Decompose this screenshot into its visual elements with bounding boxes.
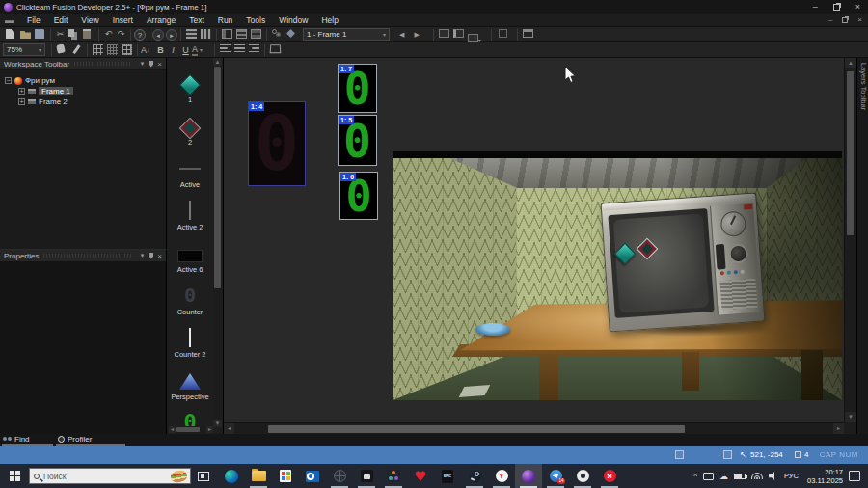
taskbar-app-red[interactable]: Я: [596, 464, 623, 488]
save-icon[interactable]: [35, 29, 45, 40]
collapse-icon[interactable]: −: [5, 77, 12, 84]
run-frame-icon[interactable]: [453, 29, 464, 40]
run-setup-icon[interactable]: ▾: [468, 29, 483, 40]
language-indicator[interactable]: РУС: [784, 472, 799, 480]
close-button[interactable]: ×: [855, 2, 860, 12]
tab-profiler[interactable]: Profiler: [58, 434, 92, 444]
restore-button[interactable]: [833, 4, 840, 11]
menu-edit[interactable]: Edit: [47, 15, 75, 25]
taskbar-app-outlook[interactable]: [299, 464, 326, 488]
scroll-right-icon[interactable]: ▸: [833, 423, 844, 434]
italic-icon[interactable]: I: [167, 45, 179, 55]
pin-icon[interactable]: [149, 61, 153, 68]
next-frame-icon[interactable]: ▶: [414, 31, 419, 39]
menu-text[interactable]: Text: [182, 15, 211, 25]
object-library-hscrollbar[interactable]: ◂ ▸: [169, 426, 213, 433]
expand-icon[interactable]: +: [18, 98, 25, 105]
pin-icon[interactable]: [149, 253, 153, 259]
underline-icon[interactable]: U: [179, 45, 192, 55]
taskbar-app-steam[interactable]: [461, 464, 488, 488]
task-view-button[interactable]: [191, 472, 216, 481]
back-icon[interactable]: ◂: [152, 29, 164, 41]
tree-item-application[interactable]: − Фри рум: [5, 75, 166, 86]
scroll-down-icon[interactable]: ▼: [845, 412, 856, 422]
taskbar-app-settings[interactable]: [569, 464, 596, 488]
object-item-active[interactable]: Active: [167, 147, 213, 189]
child-close-button[interactable]: ×: [857, 15, 862, 24]
object-item-perspective[interactable]: Perspective: [167, 359, 213, 401]
align-center-icon[interactable]: [234, 44, 245, 55]
data-elements-icon[interactable]: [251, 29, 261, 40]
expand-icon[interactable]: +: [18, 88, 25, 95]
paste-icon[interactable]: [83, 29, 94, 40]
object-item-2[interactable]: 2: [167, 104, 213, 147]
close-icon[interactable]: ×: [157, 60, 162, 68]
menu-view[interactable]: View: [74, 15, 105, 25]
object-item-1[interactable]: 1: [167, 62, 213, 104]
stop-icon[interactable]: [499, 29, 509, 40]
hscroll-thumb[interactable]: [268, 425, 685, 433]
tab-find[interactable]: Find: [3, 434, 30, 444]
taskbar-app-explorer[interactable]: [245, 464, 272, 488]
event-list-editor-icon[interactable]: [236, 29, 247, 40]
taskbar-app-fusion-active[interactable]: [515, 464, 542, 488]
open-icon[interactable]: [20, 29, 31, 40]
forward-icon[interactable]: ▸: [166, 29, 177, 41]
taskbar-app-store[interactable]: [272, 464, 299, 488]
run-application-icon[interactable]: [439, 29, 449, 40]
clock[interactable]: 20:17 03.11.2025: [807, 468, 843, 485]
search-input[interactable]: [43, 472, 149, 481]
undo-icon[interactable]: ↶: [102, 29, 115, 40]
grid-snap-icon[interactable]: [107, 44, 118, 55]
menu-file[interactable]: File: [20, 15, 47, 25]
object-item-active-6[interactable]: Active 6: [167, 231, 213, 274]
taskbar-app-skull[interactable]: [353, 464, 380, 488]
battery-icon[interactable]: [734, 474, 746, 479]
object-item-active-2[interactable]: Active 2: [167, 189, 213, 231]
copy-icon[interactable]: [68, 29, 79, 40]
object-library-vscrollbar[interactable]: ▲ ▼: [213, 58, 222, 427]
sprite-counter-dark[interactable]: 1: 4 0: [248, 101, 306, 186]
layers-toolbar-tab[interactable]: Layers Toolbar: [856, 58, 868, 434]
align-right-icon[interactable]: [249, 44, 259, 55]
anchor-icon[interactable]: [286, 29, 297, 40]
chevron-down-icon[interactable]: ▾: [141, 252, 145, 259]
bold-icon[interactable]: B: [154, 45, 167, 55]
taskbar-search-box[interactable]: [29, 468, 191, 484]
menu-window[interactable]: Window: [272, 15, 314, 25]
onedrive-cloud-icon[interactable]: ☁: [719, 472, 728, 481]
tree-item-frame-2[interactable]: + Frame 2: [5, 96, 166, 107]
taskbar-app-globe[interactable]: [326, 464, 353, 488]
font-color-icon[interactable]: A▾: [192, 44, 211, 56]
scroll-left-icon[interactable]: ◂: [224, 423, 234, 434]
grid-setup-icon[interactable]: [122, 44, 132, 55]
close-icon[interactable]: ×: [157, 252, 162, 260]
menu-help[interactable]: Help: [314, 15, 344, 25]
hand-tool-icon[interactable]: [57, 44, 68, 55]
frame-editor-icon[interactable]: [201, 29, 211, 40]
fullscreen-edit-icon[interactable]: [523, 29, 533, 40]
sprite-counter-green-1[interactable]: 1: 7 0: [338, 64, 377, 113]
child-minimize-button[interactable]: –: [828, 15, 832, 24]
canvas-hscrollbar[interactable]: ◂ ▸: [224, 422, 844, 434]
prev-frame-icon[interactable]: ◀: [399, 31, 404, 39]
align-left-icon[interactable]: [220, 44, 231, 55]
storyboard-editor-icon[interactable]: [186, 29, 197, 40]
scroll-up-icon[interactable]: ▲: [845, 58, 856, 68]
menu-tools[interactable]: Tools: [239, 15, 272, 25]
frame-selector[interactable]: 1 - Frame 1 ▾: [303, 28, 390, 41]
grid-show-icon[interactable]: [93, 44, 103, 55]
chevron-down-icon[interactable]: ▾: [141, 60, 145, 68]
taskbar-app-yandex-browser[interactable]: Y: [488, 464, 515, 488]
taskbar-app-messenger[interactable]: 14: [542, 464, 569, 488]
frame-editor-canvas[interactable]: 1: 4 0 1: 7 0 1: 5 0 1: 6 0: [224, 58, 844, 422]
new-icon[interactable]: [6, 29, 16, 40]
speaker-icon[interactable]: [769, 472, 778, 480]
cut-icon[interactable]: ✂: [54, 29, 67, 40]
device-icon[interactable]: [703, 473, 714, 480]
menu-arrange[interactable]: Arrange: [140, 15, 182, 25]
fit-window-icon[interactable]: [270, 44, 281, 55]
font-icon[interactable]: A↓: [141, 45, 154, 55]
help-icon[interactable]: ?: [134, 29, 146, 41]
minimize-button[interactable]: –: [813, 2, 818, 12]
